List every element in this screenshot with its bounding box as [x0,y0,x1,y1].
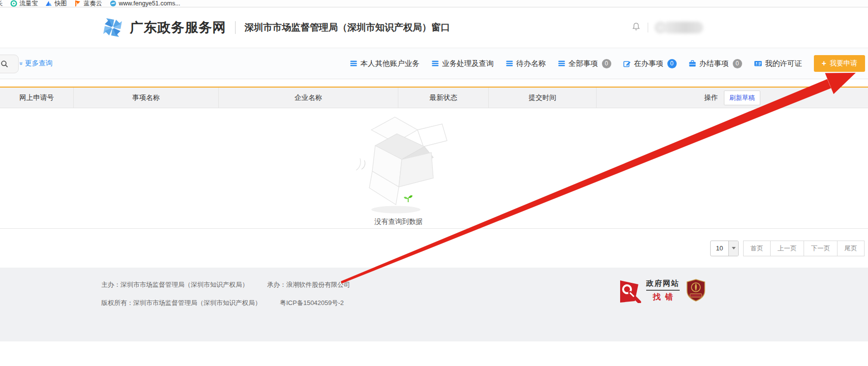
footer-host: 主办：深圳市市场监督管理局（深圳市知识产权局） [101,280,248,289]
bookmarks-bar: 长 流量宝 快图 蓝奏云 www.fengye51.coms... [0,0,868,7]
prev-page-button[interactable]: 上一页 [770,241,804,256]
first-page-button[interactable]: 首页 [743,241,771,256]
double-chevron-down-icon: » [18,62,24,65]
apply-button-label: 我要申请 [830,59,857,68]
gov-site-find-error-badge[interactable]: 政府网站 找错 [619,278,680,303]
bookmark-item[interactable]: 流量宝 [10,0,38,8]
find-error-magnifier-icon [619,278,642,303]
nav-item-label: 我的许可证 [765,59,802,68]
window-title: 深圳市市场监督管理局（深圳市知识产权局）窗口 [244,21,450,34]
nav-item-label: 办结事项 [699,59,729,68]
count-badge: 0 [667,59,677,68]
liuliangbao-icon [10,0,17,7]
header-right-divider [648,23,648,32]
toolbar-nav: » 更多查询 本人其他账户业务 业务处理及查询 待办名称 全部事项 0 [0,48,868,79]
more-query-link[interactable]: » 更多查询 [20,59,53,68]
gov-org-shield-badge[interactable] [686,279,706,303]
bookmark-label: 快图 [55,0,67,8]
search-icon [0,60,8,68]
nav-item-completed-matters[interactable]: 办结事项 0 [688,59,742,68]
nav-items: 本人其他账户业务 业务处理及查询 待办名称 全部事项 0 在办事项 0 [350,55,868,72]
footer: 主办：深圳市市场监督管理局（深圳市知识产权局） 承办：浪潮软件股份有限公司 版权… [0,268,868,341]
col-header-application-no: 网上申请号 [0,88,74,108]
nav-item-label: 待办名称 [516,59,546,68]
nav-item-other-account-business[interactable]: 本人其他账户业务 [350,59,419,68]
col-header-company-name: 企业名称 [219,88,398,108]
refresh-draft-button[interactable]: 刷新草稿 [724,91,760,105]
empty-state: 没有查询到数据 [0,112,833,226]
page: 长 流量宝 快图 蓝奏云 www.fengye51.coms... [0,0,868,366]
chevron-down-icon [728,241,738,256]
bookmark-label: www.fengye51.coms... [119,0,180,7]
user-account-blurred[interactable] [655,22,703,33]
header: 广东政务服务网 深圳市市场监督管理局（深圳市知识产权局）窗口 [0,7,868,48]
header-right [631,7,703,48]
edit-icon [623,60,631,67]
notification-bell-icon[interactable] [631,22,641,33]
nav-item-all-matters[interactable]: 全部事项 0 [558,59,611,68]
footer-icp: 粤ICP备15042059号-2 [280,299,344,307]
plus-icon: + [822,60,826,67]
footer-undertaker: 承办：浪潮软件股份有限公司 [267,280,350,289]
spacer [0,79,868,87]
operation-label: 操作 [704,93,718,102]
gdzwfw-logo-icon [101,16,124,39]
empty-box-illustration [350,112,448,215]
bookmark-label: 蓝奏云 [84,0,102,8]
lanzouyun-icon [74,0,81,7]
page-size-select[interactable]: 10 [710,241,739,256]
nav-item-label: 全部事项 [569,59,598,68]
nav-item-todo-names[interactable]: 待办名称 [506,59,546,68]
col-header-submit-time: 提交时间 [489,88,597,108]
kuaitu-icon [45,0,52,7]
footer-badges: 政府网站 找错 [619,278,706,303]
id-card-icon [754,60,762,67]
nav-item-in-progress-matters[interactable]: 在办事项 0 [623,59,677,68]
briefcase-icon [688,60,696,67]
count-badge: 0 [602,59,611,68]
empty-state-text: 没有查询到数据 [375,217,423,226]
footer-line-1: 主办：深圳市市场监督管理局（深圳市知识产权局） 承办：浪潮软件股份有限公司 [101,280,868,289]
applications-table: 网上申请号 事项名称 企业名称 最新状态 提交时间 操作 刷新草稿 [0,87,868,229]
nav-item-label: 本人其他账户业务 [360,59,419,68]
last-page-button[interactable]: 尾页 [837,241,865,256]
username-blurred [663,22,703,33]
nav-item-business-process-query[interactable]: 业务处理及查询 [431,59,494,68]
pager-buttons: 首页 上一页 下一页 尾页 [743,241,865,256]
count-badge: 0 [733,59,742,68]
footer-line-2: 版权所有：深圳市市场监督管理局（深圳市知识产权局） 粤ICP备15042059号… [101,299,868,307]
col-header-operation: 操作 刷新草稿 [597,88,868,108]
gov-badge-sub: 找错 [646,292,680,303]
table-header-row: 网上申请号 事项名称 企业名称 最新状态 提交时间 操作 刷新草稿 [0,88,868,108]
footer-copyright: 版权所有：深圳市市场监督管理局（深圳市知识产权局） [101,299,261,307]
list-icon [350,60,358,67]
nav-item-label: 在办事项 [634,59,663,68]
pagination: 10 首页 上一页 下一页 尾页 [0,229,868,268]
list-icon [506,60,513,67]
bookmark-item[interactable]: 蓝奏云 [74,0,102,8]
search-box[interactable] [0,55,19,73]
shield-emblem-icon [686,279,706,302]
more-query-label: 更多查询 [25,59,53,68]
brand-title: 广东政务服务网 [130,19,226,36]
sprout-icon [404,195,413,202]
bookmark-label: 长 [0,0,3,8]
fengye-site-icon [110,0,117,7]
header-divider [235,21,236,34]
gov-badge-title: 政府网站 [646,279,680,291]
col-header-matter-name: 事项名称 [74,88,219,108]
next-page-button[interactable]: 下一页 [804,241,838,256]
nav-item-label: 业务处理及查询 [442,59,494,68]
table-body: 没有查询到数据 [0,108,868,229]
bookmark-item[interactable]: 快图 [45,0,67,8]
nav-item-my-licenses[interactable]: 我的许可证 [754,59,802,68]
col-header-latest-status: 最新状态 [398,88,489,108]
list-icon [431,60,439,67]
list-icon [558,60,566,67]
page-size-value: 10 [711,241,728,256]
bookmark-item[interactable]: 长 [0,0,3,8]
apply-button[interactable]: + 我要申请 [814,55,865,72]
bookmark-item[interactable]: www.fengye51.coms... [110,0,180,7]
bookmark-label: 流量宝 [20,0,38,8]
